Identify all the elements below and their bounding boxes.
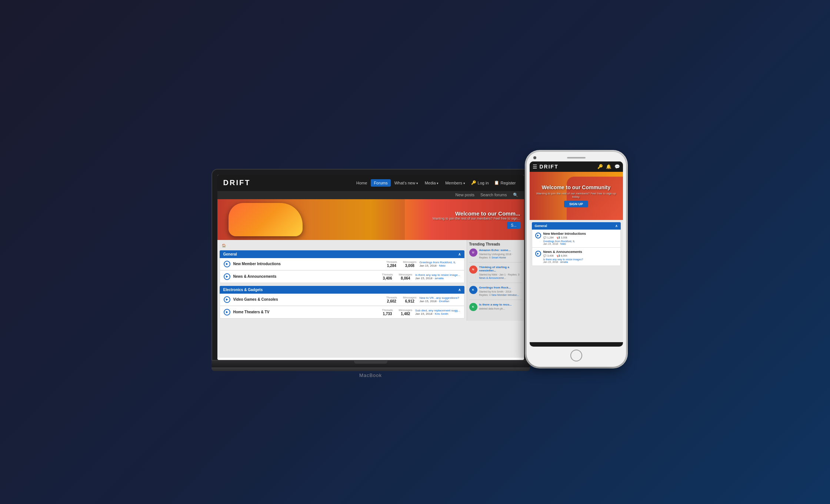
phone-message-icon[interactable]: 💬 xyxy=(614,164,620,169)
new-posts-link[interactable]: New posts xyxy=(456,193,474,197)
latest-link-2[interactable]: New to VR...any suggestions? xyxy=(420,296,460,300)
trending-info-3: Is there a way to reco... deleted data f… xyxy=(479,303,512,311)
trending-info-2: Greetings from Rock... Started by Kris S… xyxy=(479,286,522,297)
phone-threads-1: 💬 3,406 xyxy=(543,254,554,257)
phone-forum-row-0[interactable]: ▶ New Member Introductions 💬 1,284 📢 3,0… xyxy=(532,230,621,248)
trending-cat-1[interactable]: News & Announceme... xyxy=(479,277,506,279)
phone-bottom xyxy=(530,347,623,362)
category-general-collapse[interactable]: ∧ xyxy=(458,252,461,256)
forum-trending-sidebar: Trending Threads U Amazon Echo: some... … xyxy=(467,240,524,321)
phone-row-info-1: News & Announcements 💬 3,406 📢 8,064 xyxy=(543,250,617,263)
phone-forum-row-1[interactable]: ▶ News & Announcements 💬 3,406 📢 8,064 xyxy=(532,248,621,266)
forum-row-name-1: News & Announcements xyxy=(233,274,379,278)
trending-link-1[interactable]: Thinking of starting a newsletter... xyxy=(479,266,522,272)
forum-row-arrow-3[interactable]: ▶ xyxy=(224,309,230,316)
forum-row-latest-0: Greetings from Rockford, IL Jan 15, 2018… xyxy=(420,261,460,267)
phone-latest-link-1[interactable]: Is there any way to resize images? xyxy=(543,258,617,261)
phone-nav-icons: 🔑 🔔 💬 xyxy=(597,164,620,169)
trending-avatar-2: K xyxy=(469,286,477,294)
threads-stat-1: Threads 3,406 xyxy=(382,273,393,280)
latest-link-1[interactable]: Is there any way to resize image... xyxy=(415,273,460,277)
phone-messages-1: 📢 8,064 xyxy=(557,254,567,257)
latest-meta-3: Jan 15, 2018 · Kris Smith xyxy=(415,312,448,316)
phone-row-stats-0: 💬 1,284 📢 3,008 xyxy=(543,236,617,239)
forum-row-news[interactable]: ▶ News & Announcements Threads 3,406 xyxy=(220,270,464,283)
forum-left: 🏠 General ∧ ▶ New Member Introductions xyxy=(217,240,467,321)
hero-signup-btn[interactable]: S... xyxy=(507,222,520,229)
trending-item-0: U Amazon Echo: some... Started by Unforg… xyxy=(469,248,522,263)
nav-members[interactable]: Members xyxy=(442,179,468,187)
forum-row-arrow-0[interactable]: ▶ xyxy=(224,261,230,267)
trending-link-2[interactable]: Greetings from Rock... xyxy=(479,286,522,289)
phone-content: General ∧ ▶ New Member Introductions 💬 1… xyxy=(530,220,623,342)
phone-latest-meta-1: Jan 15, 2018 · amalia xyxy=(543,261,617,263)
register-icon: 📋 xyxy=(494,180,499,185)
phone-general-collapse[interactable]: ∧ xyxy=(615,224,618,228)
trending-info-1: Thinking of starting a newsletter... Sta… xyxy=(479,266,522,280)
phone-speaker xyxy=(567,157,586,158)
forum-sub-nav: New posts Search forums 🔍 xyxy=(217,191,524,199)
forum-breadcrumb: 🏠 xyxy=(220,242,464,249)
phone-row-arrow-1[interactable]: ▶ xyxy=(535,251,541,257)
phone-signup-btn[interactable]: SIGN UP xyxy=(564,201,588,207)
trending-link-3[interactable]: Is there a way to reco... xyxy=(479,303,512,306)
nav-home[interactable]: Home xyxy=(353,179,370,187)
phone-latest-meta-0: Jan 15, 2018 · Nikki xyxy=(543,243,617,245)
latest-link-0[interactable]: Greetings from Rockford, IL xyxy=(420,261,460,264)
forum-row-new-member[interactable]: ▶ New Member Introductions Threads 1,284 xyxy=(220,258,464,270)
nav-register[interactable]: 📋 Register xyxy=(492,179,518,187)
nav-login[interactable]: 🔑 Log in xyxy=(469,179,491,187)
forum-hero-text: Welcome to our Comm... Wanting to join t… xyxy=(433,210,520,229)
phone-bell-icon[interactable]: 🔔 xyxy=(606,164,611,169)
trending-avatar-0: U xyxy=(469,248,477,257)
trending-avatar-1: N xyxy=(469,266,477,274)
laptop: DRIFT Home Forums What's new Media Membe… xyxy=(211,169,530,378)
laptop-screen-outer: DRIFT Home Forums What's new Media Membe… xyxy=(211,169,530,361)
phone-camera xyxy=(533,156,536,159)
forum-row-arrow-1[interactable]: ▶ xyxy=(224,273,230,280)
nav-media[interactable]: Media xyxy=(422,179,441,187)
phone-hero-title: Welcome to our Community xyxy=(533,184,619,191)
messages-stat-0: Messages 3,008 xyxy=(403,260,416,268)
forum-row-arrow-2[interactable]: ▶ xyxy=(224,296,230,303)
nav-whats-new[interactable]: What's new xyxy=(391,179,421,187)
trending-item-1: N Thinking of starting a newsletter... S… xyxy=(469,266,522,283)
forum-content: 🏠 General ∧ ▶ New Member Introductions xyxy=(217,240,524,321)
trending-cat-0[interactable]: Smart Home xyxy=(491,256,506,259)
category-electronics-name: Electronics & Gadgets xyxy=(223,288,263,292)
hamburger-icon[interactable]: ☰ xyxy=(533,164,537,170)
nav-forums[interactable]: Forums xyxy=(371,179,390,187)
search-forums-link[interactable]: Search forums xyxy=(480,193,507,197)
category-general-name: General xyxy=(223,252,237,256)
forum-hero: Welcome to our Comm... Wanting to join t… xyxy=(217,199,524,240)
category-electronics-collapse[interactable]: ∧ xyxy=(458,288,461,292)
forum-row-stats-1: Threads 3,406 Messages 8,064 xyxy=(382,273,412,280)
phone-home-button[interactable] xyxy=(570,350,582,361)
latest-meta-2: Jan 15, 2018 · Droilfan xyxy=(420,300,450,303)
phone-key-icon[interactable]: 🔑 xyxy=(597,164,603,169)
laptop-base xyxy=(211,361,530,367)
trending-title: Trending Threads xyxy=(469,242,522,246)
trending-cat-2[interactable]: New Member Introduc... xyxy=(491,294,519,296)
phone-hero-text: Welcome to our Community Wanting to join… xyxy=(530,180,623,211)
phone-messages-icon-0: 📢 xyxy=(557,236,560,239)
forum-row-latest-3: Sub died, any replacement sugg... Jan 15… xyxy=(415,309,460,316)
phone-threads-0: 💬 1,284 xyxy=(543,236,554,239)
forum-row-videogames[interactable]: ▶ Video Games & Consoles Threads 2,602 xyxy=(220,294,464,306)
category-electronics-header: Electronics & Gadgets ∧ xyxy=(220,286,464,294)
threads-stat-3: Threads 1,733 xyxy=(382,308,393,316)
latest-link-3[interactable]: Sub died, any replacement sugg... xyxy=(415,309,460,312)
phone-top-bar xyxy=(530,156,623,161)
phone-latest-link-0[interactable]: Greetings from Rockford, IL xyxy=(543,240,617,243)
trending-link-0[interactable]: Amazon Echo: some... xyxy=(479,248,522,252)
messages-stat-3: Messages 1,482 xyxy=(399,308,412,316)
phone-row-arrow-0[interactable]: ▶ xyxy=(535,233,541,238)
messages-stat-2: Messages 6,912 xyxy=(403,296,416,303)
phone-row-name-1: News & Announcements xyxy=(543,250,617,254)
search-icon[interactable]: 🔍 xyxy=(513,193,518,197)
laptop-label: MacBook xyxy=(211,373,530,378)
forum-row-name-3: Home Theaters & TV xyxy=(233,310,379,314)
trending-item-2: K Greetings from Rock... Started by Kris… xyxy=(469,286,522,300)
phone-messages-icon-1: 📢 xyxy=(557,254,560,257)
forum-row-hometheater[interactable]: ▶ Home Theaters & TV Threads 1,733 xyxy=(220,306,464,318)
